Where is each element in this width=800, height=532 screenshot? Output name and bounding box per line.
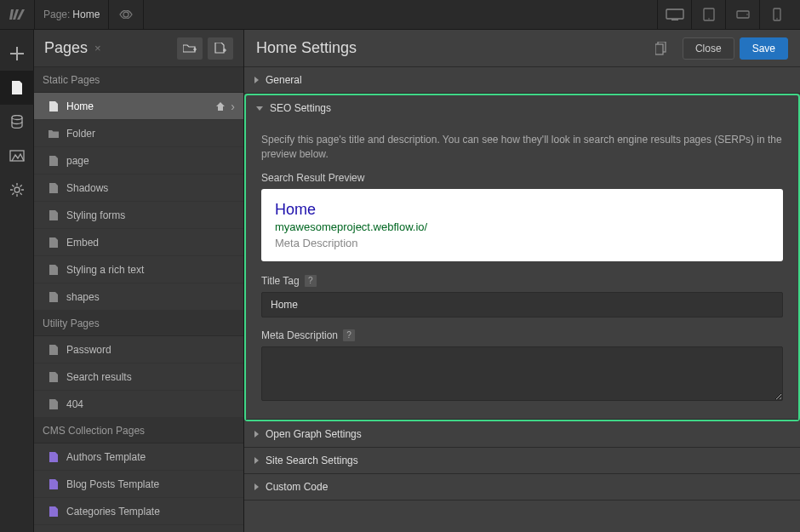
page-item-label: Styling forms bbox=[66, 209, 125, 221]
assets-icon[interactable] bbox=[0, 139, 34, 173]
device-switcher bbox=[657, 0, 793, 30]
cms-icon[interactable] bbox=[0, 105, 34, 139]
og-toggle[interactable]: Open Graph Settings bbox=[244, 421, 800, 447]
copy-icon[interactable] bbox=[655, 42, 667, 55]
pages-panel: Pages × Static Pages Home › bbox=[34, 30, 244, 532]
serp-preview: Home myawesomeproject.webflow.io/ Meta D… bbox=[261, 189, 783, 261]
page-icon bbox=[48, 291, 60, 303]
custom-code-toggle[interactable]: Custom Code bbox=[244, 474, 800, 500]
page-icon bbox=[48, 398, 60, 410]
page-item-home[interactable]: Home › bbox=[34, 93, 243, 120]
og-section: Open Graph Settings bbox=[244, 421, 800, 448]
close-button[interactable]: Close bbox=[683, 37, 734, 60]
phone-portrait-icon[interactable] bbox=[759, 0, 793, 30]
new-folder-button[interactable] bbox=[177, 37, 203, 60]
triangle-right-icon bbox=[254, 431, 259, 438]
general-section: General bbox=[244, 67, 800, 94]
seo-description-text: Specify this page's title and descriptio… bbox=[261, 133, 783, 162]
page-item[interactable]: Search results bbox=[34, 363, 243, 391]
save-button[interactable]: Save bbox=[740, 37, 788, 60]
page-item[interactable]: Styling forms bbox=[34, 202, 243, 229]
page-icon bbox=[48, 264, 60, 276]
pages-panel-header: Pages × bbox=[34, 30, 243, 67]
title-tag-label: Title Tag ? bbox=[261, 275, 783, 287]
page-item-label: Password bbox=[66, 344, 111, 356]
page-item-label: page bbox=[66, 155, 89, 167]
custom-code-section: Custom Code bbox=[244, 474, 800, 501]
page-item-label: Categories Template bbox=[66, 506, 160, 518]
page-selector[interactable]: Page: Home bbox=[34, 0, 109, 30]
cms-page-icon bbox=[48, 451, 60, 463]
serp-title: Home bbox=[275, 201, 769, 219]
triangle-right-icon bbox=[254, 457, 259, 464]
folder-icon bbox=[48, 128, 60, 140]
page-item-folder[interactable]: Folder bbox=[34, 120, 243, 147]
page-item-label: Search results bbox=[66, 371, 132, 383]
section-label: SEO Settings bbox=[270, 102, 331, 114]
page-item[interactable]: Password bbox=[34, 336, 243, 363]
settings-header: Home Settings Close Save bbox=[244, 30, 800, 67]
settings-gear-icon[interactable] bbox=[0, 173, 34, 207]
help-icon[interactable]: ? bbox=[305, 275, 317, 287]
page-icon bbox=[48, 209, 60, 221]
page-selector-name: Home bbox=[72, 9, 100, 20]
serp-url: myawesomeproject.webflow.io/ bbox=[275, 220, 769, 233]
webflow-logo-icon[interactable] bbox=[7, 4, 27, 25]
close-icon[interactable]: × bbox=[94, 42, 101, 54]
tablet-device-icon[interactable] bbox=[691, 0, 725, 30]
page-item-label: Blog Posts Template bbox=[66, 478, 159, 490]
page-item[interactable]: Embed bbox=[34, 229, 243, 256]
cms-pages-list: Authors Template Blog Posts Template Cat… bbox=[34, 443, 243, 525]
page-icon bbox=[48, 237, 60, 249]
page-item[interactable]: 404 bbox=[34, 391, 243, 418]
page-item[interactable]: Authors Template bbox=[34, 443, 243, 471]
svg-point-8 bbox=[12, 116, 22, 120]
desktop-device-icon[interactable] bbox=[657, 0, 691, 30]
cms-page-icon bbox=[48, 478, 60, 490]
page-item[interactable]: Blog Posts Template bbox=[34, 471, 243, 498]
pages-icon[interactable] bbox=[0, 71, 34, 105]
svg-point-7 bbox=[776, 18, 778, 20]
triangle-down-icon bbox=[256, 106, 263, 111]
page-item[interactable]: shapes bbox=[34, 283, 243, 311]
page-item-label: Shadows bbox=[66, 182, 108, 194]
page-item[interactable]: Shadows bbox=[34, 174, 243, 202]
serp-description: Meta Description bbox=[275, 237, 769, 249]
seo-body: Specify this page's title and descriptio… bbox=[246, 121, 798, 419]
page-item[interactable]: Styling a rich text bbox=[34, 256, 243, 283]
page-selector-label: Page: bbox=[43, 9, 70, 20]
title-tag-input[interactable] bbox=[261, 292, 783, 317]
page-item-label: Folder bbox=[66, 128, 95, 140]
add-element-icon[interactable] bbox=[0, 37, 34, 71]
general-toggle[interactable]: General bbox=[244, 67, 800, 93]
triangle-right-icon bbox=[254, 77, 259, 83]
new-page-button[interactable] bbox=[208, 37, 233, 60]
seo-section-highlight: SEO Settings Specify this page's title a… bbox=[244, 94, 800, 421]
page-icon bbox=[48, 344, 60, 356]
page-icon bbox=[48, 155, 60, 167]
phone-landscape-icon[interactable] bbox=[725, 0, 759, 30]
page-item-label: Home bbox=[66, 100, 94, 112]
svg-point-5 bbox=[746, 14, 748, 15]
utility-pages-list: Password Search results 404 bbox=[34, 336, 243, 418]
meta-description-input[interactable] bbox=[261, 346, 783, 401]
section-label: General bbox=[266, 74, 302, 86]
home-icon bbox=[215, 101, 226, 112]
help-icon[interactable]: ? bbox=[343, 329, 355, 341]
seo-section: SEO Settings Specify this page's title a… bbox=[246, 95, 798, 420]
section-label: Custom Code bbox=[266, 481, 328, 493]
page-item[interactable]: Categories Template bbox=[34, 498, 243, 525]
utility-pages-header: Utility Pages bbox=[34, 311, 243, 336]
page-item-label: 404 bbox=[66, 398, 83, 410]
page-item-label: shapes bbox=[66, 291, 100, 303]
site-search-section: Site Search Settings bbox=[244, 448, 800, 474]
serp-preview-label: Search Result Preview bbox=[261, 172, 783, 184]
page-item-label: Embed bbox=[66, 237, 99, 249]
site-search-toggle[interactable]: Site Search Settings bbox=[244, 448, 800, 473]
settings-panel: Home Settings Close Save General SEO Set… bbox=[244, 30, 800, 532]
preview-toggle[interactable] bbox=[109, 0, 144, 30]
page-item[interactable]: page bbox=[34, 147, 243, 174]
svg-rect-0 bbox=[666, 9, 683, 19]
settings-title: Home Settings bbox=[256, 39, 655, 57]
seo-toggle[interactable]: SEO Settings bbox=[246, 95, 798, 121]
